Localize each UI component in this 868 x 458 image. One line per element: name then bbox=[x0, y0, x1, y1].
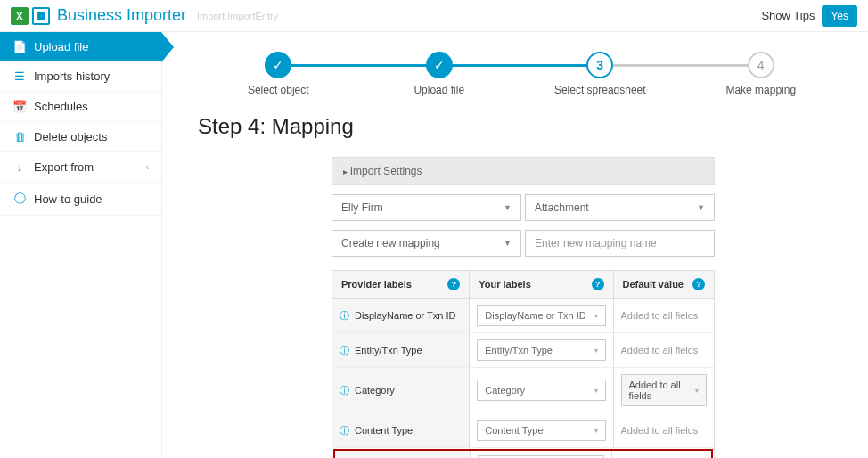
mapping-row: ⓘEntity/Txn TypeEntity/Txn Type▾ bbox=[332, 333, 714, 368]
default-value-input[interactable] bbox=[621, 310, 707, 321]
sidebar-item-label: Schedules bbox=[34, 100, 88, 113]
caret-down-icon: ▾ bbox=[594, 347, 598, 355]
list-icon: ☰ bbox=[12, 70, 27, 83]
page-title: Step 4: Mapping bbox=[198, 114, 841, 139]
mapping-row: ⓘContent TypeContent Type▾ bbox=[332, 413, 714, 448]
upload-icon: 📄 bbox=[12, 40, 27, 53]
brand-name: Business Importer bbox=[57, 6, 186, 25]
default-value-cell bbox=[614, 333, 714, 367]
import-settings-collapse[interactable]: Import Settings bbox=[332, 157, 715, 185]
caret-down-icon: ▾ bbox=[594, 427, 598, 435]
type-select[interactable]: Attachment▼ bbox=[525, 194, 715, 221]
info-icon[interactable]: ⓘ bbox=[340, 344, 349, 357]
sidebar-item-label: How-to guide bbox=[34, 192, 102, 206]
sidebar-item-label: Imports history bbox=[34, 70, 110, 83]
info-icon: ⓘ bbox=[12, 191, 27, 207]
show-tips-toggle[interactable]: Yes bbox=[822, 5, 857, 27]
main-content: ✓ Select object ✓ Upload file 3 Select s… bbox=[162, 32, 868, 458]
default-value-cell bbox=[614, 299, 714, 332]
provider-label-cell: ⓘDisplayName or Txn ID bbox=[332, 299, 470, 332]
default-value-cell: Added to all fields▾ bbox=[614, 368, 714, 413]
help-icon[interactable]: ? bbox=[692, 278, 705, 290]
your-label-cell: Entity/Txn Type▾ bbox=[470, 333, 613, 367]
your-label-select[interactable]: Content Type▾ bbox=[477, 420, 605, 441]
provider-label-cell: ⓘCategory bbox=[332, 368, 470, 413]
default-value-cell bbox=[612, 451, 711, 458]
default-value-input[interactable] bbox=[621, 345, 707, 356]
step-upload-file[interactable]: ✓ Upload file bbox=[359, 52, 520, 96]
caret-down-icon: ▾ bbox=[695, 387, 699, 395]
check-icon: ✓ bbox=[426, 52, 453, 78]
provider-label-cell: ⓘEntity/Txn Type bbox=[332, 333, 470, 367]
default-value-input[interactable] bbox=[621, 425, 707, 436]
stepper: ✓ Select object ✓ Upload file 3 Select s… bbox=[198, 52, 841, 96]
info-icon[interactable]: ⓘ bbox=[340, 309, 349, 323]
sidebar-item-label: Delete objects bbox=[34, 130, 107, 143]
sidebar: 📄 Upload file ☰ Imports history 📅 Schedu… bbox=[0, 32, 162, 458]
logo: X bbox=[11, 7, 50, 25]
info-icon[interactable]: ⓘ bbox=[340, 424, 349, 438]
caret-down-icon: ▼ bbox=[504, 203, 512, 212]
firm-select[interactable]: Elly Firm▼ bbox=[332, 194, 521, 221]
mapping-select[interactable]: Create new mapping▼ bbox=[332, 230, 521, 257]
info-icon[interactable]: ⓘ bbox=[340, 384, 349, 397]
help-icon[interactable]: ? bbox=[592, 278, 604, 290]
caret-down-icon: ▾ bbox=[594, 312, 598, 320]
help-icon[interactable]: ? bbox=[447, 278, 460, 290]
header: X Business Importer Import ImportEntry S… bbox=[0, 0, 868, 32]
caret-down-icon: ▼ bbox=[697, 203, 705, 212]
provider-label-cell: ⓘContent Type bbox=[332, 413, 470, 447]
your-label-cell: Content Type▾ bbox=[470, 413, 613, 447]
default-value-cell bbox=[614, 413, 714, 447]
provider-label-cell: ⓘFile Link bbox=[335, 451, 471, 458]
breadcrumb: Import ImportEntry bbox=[197, 11, 278, 21]
sidebar-item-label: Export from bbox=[34, 160, 94, 174]
sidebar-item-label: Upload file bbox=[34, 40, 88, 53]
calendar-icon: 📅 bbox=[12, 100, 27, 113]
sidebar-item-export-from[interactable]: ↓ Export from ‹ bbox=[0, 152, 161, 183]
caret-down-icon: ▼ bbox=[504, 239, 512, 248]
your-label-select[interactable]: Entity/Txn Type▾ bbox=[477, 339, 605, 361]
caret-down-icon: ▾ bbox=[594, 387, 598, 395]
check-icon: ✓ bbox=[265, 52, 291, 78]
mapping-row: ⓘFile LinkFile Link▾ bbox=[333, 449, 713, 458]
sidebar-item-imports-history[interactable]: ☰ Imports history bbox=[0, 61, 161, 92]
step-make-mapping[interactable]: 4 Make mapping bbox=[681, 52, 842, 96]
mapping-name-input-wrapper bbox=[525, 230, 715, 257]
mapping-table-header: Provider labels? Your labels? Default va… bbox=[332, 271, 714, 299]
download-icon: ↓ bbox=[12, 160, 27, 174]
sidebar-item-schedules[interactable]: 📅 Schedules bbox=[0, 92, 161, 122]
show-tips-label: Show Tips bbox=[761, 9, 815, 22]
mapping-row: ⓘCategoryCategory▾Added to all fields▾ bbox=[332, 368, 714, 413]
chevron-right-icon: ‹ bbox=[146, 162, 149, 172]
mapping-name-input[interactable] bbox=[535, 237, 705, 249]
your-label-select[interactable]: Category▾ bbox=[477, 380, 605, 401]
mapping-row: ⓘDisplayName or Txn IDDisplayName or Txn… bbox=[332, 299, 714, 333]
step-select-spreadsheet[interactable]: 3 Select spreadsheet bbox=[520, 52, 681, 96]
default-value-select[interactable]: Added to all fields▾ bbox=[621, 374, 707, 406]
your-label-cell: DisplayName or Txn ID▾ bbox=[470, 299, 613, 332]
sidebar-item-delete-objects[interactable]: 🗑 Delete objects bbox=[0, 122, 161, 152]
mapping-table: Provider labels? Your labels? Default va… bbox=[332, 270, 715, 458]
sidebar-item-upload-file[interactable]: 📄 Upload file bbox=[0, 32, 161, 61]
your-label-cell: Category▾ bbox=[470, 368, 613, 413]
your-label-select[interactable]: DisplayName or Txn ID▾ bbox=[477, 305, 605, 326]
sidebar-item-how-to-guide[interactable]: ⓘ How-to guide bbox=[0, 183, 161, 216]
step-select-object[interactable]: ✓ Select object bbox=[198, 52, 359, 96]
your-label-cell: File Link▾ bbox=[471, 451, 612, 458]
trash-icon: 🗑 bbox=[12, 130, 27, 143]
